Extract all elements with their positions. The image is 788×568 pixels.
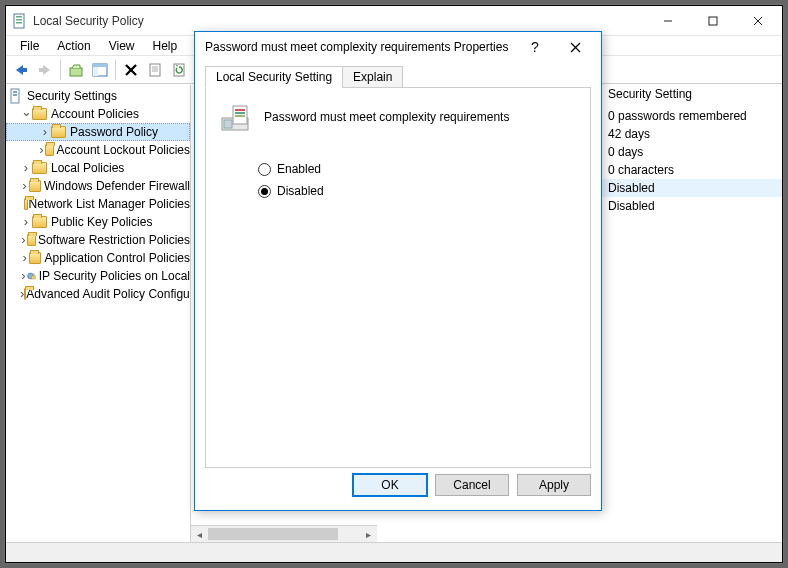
svg-rect-31: [235, 109, 245, 111]
tree-label: IP Security Policies on Local: [39, 269, 190, 283]
refresh-button[interactable]: [168, 59, 190, 81]
tab-content: Password must meet complexity requiremen…: [205, 87, 591, 468]
expand-icon[interactable]: ›: [20, 252, 29, 264]
svg-rect-8: [22, 68, 27, 72]
collapse-icon[interactable]: ⌄: [20, 106, 32, 118]
folder-icon: [29, 252, 41, 264]
radio-icon: [258, 185, 271, 198]
tab-explain[interactable]: Explain: [342, 66, 403, 88]
minimize-button[interactable]: [645, 6, 690, 35]
status-bar: [6, 542, 782, 562]
scroll-thumb[interactable]: [208, 528, 338, 540]
tree-label: Windows Defender Firewall: [44, 179, 190, 193]
radio-icon: [258, 163, 271, 176]
tab-local-security-setting[interactable]: Local Security Setting: [205, 66, 343, 88]
back-button[interactable]: [10, 59, 32, 81]
list-value[interactable]: 0 days: [602, 143, 782, 161]
expand-icon[interactable]: ›: [39, 126, 51, 138]
radio-label: Enabled: [277, 162, 321, 176]
policy-icon: [218, 100, 252, 134]
svg-rect-33: [235, 115, 245, 117]
tree-root-label: Security Settings: [27, 89, 117, 103]
column-header-security-setting[interactable]: Security Setting: [602, 85, 782, 105]
folder-icon: [45, 144, 54, 156]
horizontal-scrollbar[interactable]: ◂ ▸: [191, 525, 377, 542]
folder-icon: [51, 126, 66, 138]
list-values: 0 passwords remembered 42 days 0 days 0 …: [602, 107, 782, 215]
list-value[interactable]: 42 days: [602, 125, 782, 143]
close-button[interactable]: [735, 6, 780, 35]
tree-label: Application Control Policies: [45, 251, 190, 265]
list-value[interactable]: 0 characters: [602, 161, 782, 179]
scroll-right-arrow[interactable]: ▸: [360, 526, 377, 542]
expand-icon[interactable]: ›: [38, 144, 45, 156]
expand-icon[interactable]: ›: [20, 234, 27, 246]
tree-item-public-key[interactable]: › Public Key Policies: [6, 213, 190, 231]
svg-rect-1: [16, 16, 22, 18]
cancel-button[interactable]: Cancel: [435, 474, 509, 496]
radio-label: Disabled: [277, 184, 324, 198]
properties-button[interactable]: [144, 59, 166, 81]
app-window: Local Security Policy File Action View H…: [5, 5, 783, 563]
svg-rect-29: [224, 120, 232, 128]
svg-rect-5: [709, 17, 717, 25]
menu-view[interactable]: View: [101, 38, 143, 54]
app-icon: [12, 13, 28, 29]
radio-enabled[interactable]: Enabled: [258, 162, 578, 176]
svg-rect-3: [16, 22, 22, 24]
tree-pane[interactable]: Security Settings ⌄ Account Policies › P…: [6, 85, 191, 542]
delete-button[interactable]: [120, 59, 142, 81]
folder-icon: [29, 180, 41, 192]
folder-icon: [27, 234, 36, 246]
expand-icon[interactable]: ›: [20, 180, 29, 192]
dialog-title: Password must meet complexity requiremen…: [205, 40, 515, 54]
tree-item-software-restriction[interactable]: › Software Restriction Policies: [6, 231, 190, 249]
expand-icon[interactable]: ›: [20, 162, 32, 174]
tree-item-ipsec[interactable]: › IP Security Policies on Local: [6, 267, 190, 285]
expand-icon[interactable]: ›: [20, 216, 32, 228]
tree-label: Network List Manager Policies: [29, 197, 190, 211]
svg-rect-25: [32, 276, 36, 279]
tree-item-advanced-audit[interactable]: › Advanced Audit Policy Configuration: [6, 285, 190, 303]
scroll-left-arrow[interactable]: ◂: [191, 526, 208, 542]
forward-button[interactable]: [34, 59, 56, 81]
expand-icon[interactable]: ›: [20, 270, 27, 282]
window-title: Local Security Policy: [33, 14, 144, 28]
tree-item-password-policy[interactable]: › Password Policy: [6, 123, 190, 141]
list-value[interactable]: Disabled: [602, 179, 782, 197]
tree-item-firewall[interactable]: › Windows Defender Firewall: [6, 177, 190, 195]
tree-item-network-list[interactable]: › Network List Manager Policies: [6, 195, 190, 213]
radio-disabled[interactable]: Disabled: [258, 184, 578, 198]
up-button[interactable]: [65, 59, 87, 81]
dialog-help-button[interactable]: ?: [515, 33, 555, 61]
tree-label: Local Policies: [51, 161, 124, 175]
tree-item-account-lockout[interactable]: › Account Lockout Policies: [6, 141, 190, 159]
properties-dialog: Password must meet complexity requiremen…: [194, 31, 602, 511]
dialog-close-button[interactable]: [555, 33, 595, 61]
list-value[interactable]: Disabled: [602, 197, 782, 215]
policy-name: Password must meet complexity requiremen…: [264, 110, 509, 124]
folder-icon: [24, 198, 28, 210]
tree-item-account-policies[interactable]: ⌄ Account Policies: [6, 105, 190, 123]
folder-icon: [32, 108, 47, 120]
menu-help[interactable]: Help: [145, 38, 186, 54]
tree-item-app-control[interactable]: › Application Control Policies: [6, 249, 190, 267]
folder-icon: [32, 162, 47, 174]
dialog-button-row: OK Cancel Apply: [195, 468, 601, 510]
tree-label: Account Lockout Policies: [57, 143, 190, 157]
tree-label: Software Restriction Policies: [38, 233, 190, 247]
apply-button[interactable]: Apply: [517, 474, 591, 496]
svg-rect-13: [93, 67, 98, 76]
tree-label: Advanced Audit Policy Configuration: [26, 287, 191, 301]
menu-action[interactable]: Action: [49, 38, 98, 54]
ok-button[interactable]: OK: [353, 474, 427, 496]
security-root-icon: [8, 88, 24, 104]
menu-file[interactable]: File: [12, 38, 47, 54]
maximize-button[interactable]: [690, 6, 735, 35]
svg-rect-9: [39, 68, 44, 72]
tree-root[interactable]: Security Settings: [6, 87, 190, 105]
show-hide-tree-button[interactable]: [89, 59, 111, 81]
list-value[interactable]: 0 passwords remembered: [602, 107, 782, 125]
dialog-tabs: Local Security Setting Explain: [205, 66, 591, 88]
tree-item-local-policies[interactable]: › Local Policies: [6, 159, 190, 177]
